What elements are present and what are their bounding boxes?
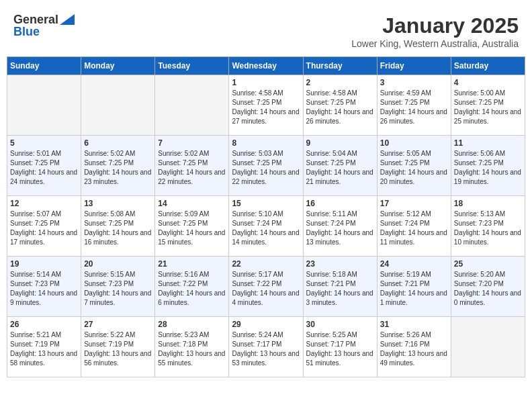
table-row: 31 Sunrise: 5:26 AMSunset: 7:16 PMDaylig… bbox=[377, 317, 451, 377]
header-wednesday: Wednesday bbox=[229, 57, 303, 75]
day-number: 11 bbox=[454, 138, 522, 148]
table-row: 24 Sunrise: 5:19 AMSunset: 7:21 PMDaylig… bbox=[377, 257, 451, 317]
day-number: 29 bbox=[232, 320, 300, 329]
day-info: Sunrise: 4:58 AMSunset: 7:25 PMDaylight:… bbox=[232, 89, 300, 126]
day-info: Sunrise: 5:24 AMSunset: 7:17 PMDaylight:… bbox=[232, 330, 300, 368]
table-row bbox=[7, 75, 81, 136]
day-info: Sunrise: 5:21 AMSunset: 7:19 PMDaylight:… bbox=[10, 330, 78, 368]
day-number: 24 bbox=[380, 259, 448, 269]
day-info: Sunrise: 5:03 AMSunset: 7:25 PMDaylight:… bbox=[232, 149, 300, 187]
day-info: Sunrise: 5:02 AMSunset: 7:25 PMDaylight:… bbox=[84, 149, 152, 187]
location: Lower King, Western Australia, Australia bbox=[351, 38, 519, 49]
table-row: 26 Sunrise: 5:21 AMSunset: 7:19 PMDaylig… bbox=[7, 317, 81, 377]
table-row: 16 Sunrise: 5:11 AMSunset: 7:24 PMDaylig… bbox=[303, 196, 377, 257]
header: General Blue January 2025 Lower King, We… bbox=[7, 7, 525, 52]
day-info: Sunrise: 5:26 AMSunset: 7:16 PMDaylight:… bbox=[380, 330, 448, 368]
calendar-week-row: 1 Sunrise: 4:58 AMSunset: 7:25 PMDayligh… bbox=[7, 75, 525, 136]
day-info: Sunrise: 5:11 AMSunset: 7:24 PMDaylight:… bbox=[306, 210, 374, 247]
svg-marker-0 bbox=[60, 14, 75, 25]
table-row: 12 Sunrise: 5:07 AMSunset: 7:25 PMDaylig… bbox=[7, 196, 81, 257]
table-row: 6 Sunrise: 5:02 AMSunset: 7:25 PMDayligh… bbox=[81, 136, 155, 196]
table-row: 17 Sunrise: 5:12 AMSunset: 7:24 PMDaylig… bbox=[377, 196, 451, 257]
day-info: Sunrise: 5:19 AMSunset: 7:21 PMDaylight:… bbox=[380, 270, 448, 308]
day-number: 12 bbox=[10, 199, 78, 208]
table-row: 18 Sunrise: 5:13 AMSunset: 7:23 PMDaylig… bbox=[451, 196, 525, 257]
logo: General Blue bbox=[13, 13, 75, 39]
day-info: Sunrise: 5:18 AMSunset: 7:21 PMDaylight:… bbox=[306, 270, 374, 308]
day-info: Sunrise: 5:04 AMSunset: 7:25 PMDaylight:… bbox=[306, 149, 374, 187]
day-number: 14 bbox=[158, 199, 226, 208]
day-number: 18 bbox=[454, 199, 522, 208]
day-info: Sunrise: 5:10 AMSunset: 7:24 PMDaylight:… bbox=[232, 210, 300, 247]
day-number: 7 bbox=[158, 138, 226, 148]
table-row: 14 Sunrise: 5:09 AMSunset: 7:25 PMDaylig… bbox=[155, 196, 229, 257]
day-info: Sunrise: 5:09 AMSunset: 7:25 PMDaylight:… bbox=[158, 210, 226, 247]
table-row: 7 Sunrise: 5:02 AMSunset: 7:25 PMDayligh… bbox=[155, 136, 229, 196]
day-number: 5 bbox=[10, 138, 78, 148]
day-info: Sunrise: 5:14 AMSunset: 7:23 PMDaylight:… bbox=[10, 270, 78, 308]
table-row: 13 Sunrise: 5:08 AMSunset: 7:25 PMDaylig… bbox=[81, 196, 155, 257]
header-tuesday: Tuesday bbox=[155, 57, 229, 75]
table-row: 20 Sunrise: 5:15 AMSunset: 7:23 PMDaylig… bbox=[81, 257, 155, 317]
table-row: 27 Sunrise: 5:22 AMSunset: 7:19 PMDaylig… bbox=[81, 317, 155, 377]
day-info: Sunrise: 5:00 AMSunset: 7:25 PMDaylight:… bbox=[454, 89, 522, 126]
header-sunday: Sunday bbox=[7, 57, 81, 75]
day-number: 21 bbox=[158, 259, 226, 269]
table-row bbox=[155, 75, 229, 136]
table-row: 4 Sunrise: 5:00 AMSunset: 7:25 PMDayligh… bbox=[451, 75, 525, 136]
day-info: Sunrise: 5:12 AMSunset: 7:24 PMDaylight:… bbox=[380, 210, 448, 247]
day-number: 31 bbox=[380, 320, 448, 329]
calendar: Sunday Monday Tuesday Wednesday Thursday… bbox=[7, 56, 525, 377]
day-info: Sunrise: 5:20 AMSunset: 7:20 PMDaylight:… bbox=[454, 270, 522, 308]
day-number: 25 bbox=[454, 259, 522, 269]
day-info: Sunrise: 4:59 AMSunset: 7:25 PMDaylight:… bbox=[380, 89, 448, 126]
day-number: 27 bbox=[84, 320, 152, 329]
day-info: Sunrise: 5:07 AMSunset: 7:25 PMDaylight:… bbox=[10, 210, 78, 247]
day-number: 30 bbox=[306, 320, 374, 329]
day-number: 28 bbox=[158, 320, 226, 329]
day-number: 3 bbox=[380, 78, 448, 87]
table-row: 30 Sunrise: 5:25 AMSunset: 7:17 PMDaylig… bbox=[303, 317, 377, 377]
title-block: January 2025 Lower King, Western Austral… bbox=[351, 13, 519, 49]
table-row: 28 Sunrise: 5:23 AMSunset: 7:18 PMDaylig… bbox=[155, 317, 229, 377]
day-info: Sunrise: 5:25 AMSunset: 7:17 PMDaylight:… bbox=[306, 330, 374, 368]
table-row: 11 Sunrise: 5:06 AMSunset: 7:25 PMDaylig… bbox=[451, 136, 525, 196]
day-info: Sunrise: 5:22 AMSunset: 7:19 PMDaylight:… bbox=[84, 330, 152, 368]
day-info: Sunrise: 5:01 AMSunset: 7:25 PMDaylight:… bbox=[10, 149, 78, 187]
header-friday: Friday bbox=[377, 57, 451, 75]
table-row: 29 Sunrise: 5:24 AMSunset: 7:17 PMDaylig… bbox=[229, 317, 303, 377]
calendar-week-row: 5 Sunrise: 5:01 AMSunset: 7:25 PMDayligh… bbox=[7, 136, 525, 196]
table-row: 19 Sunrise: 5:14 AMSunset: 7:23 PMDaylig… bbox=[7, 257, 81, 317]
table-row: 15 Sunrise: 5:10 AMSunset: 7:24 PMDaylig… bbox=[229, 196, 303, 257]
table-row: 23 Sunrise: 5:18 AMSunset: 7:21 PMDaylig… bbox=[303, 257, 377, 317]
calendar-week-row: 26 Sunrise: 5:21 AMSunset: 7:19 PMDaylig… bbox=[7, 317, 525, 377]
calendar-week-row: 12 Sunrise: 5:07 AMSunset: 7:25 PMDaylig… bbox=[7, 196, 525, 257]
day-number: 10 bbox=[380, 138, 448, 148]
table-row bbox=[451, 317, 525, 377]
day-info: Sunrise: 5:17 AMSunset: 7:22 PMDaylight:… bbox=[232, 270, 300, 308]
table-row bbox=[81, 75, 155, 136]
day-number: 6 bbox=[84, 138, 152, 148]
day-info: Sunrise: 5:08 AMSunset: 7:25 PMDaylight:… bbox=[84, 210, 152, 247]
day-info: Sunrise: 5:05 AMSunset: 7:25 PMDaylight:… bbox=[380, 149, 448, 187]
day-number: 17 bbox=[380, 199, 448, 208]
day-number: 23 bbox=[306, 259, 374, 269]
day-number: 2 bbox=[306, 78, 374, 87]
table-row: 3 Sunrise: 4:59 AMSunset: 7:25 PMDayligh… bbox=[377, 75, 451, 136]
day-info: Sunrise: 4:58 AMSunset: 7:25 PMDaylight:… bbox=[306, 89, 374, 126]
day-number: 20 bbox=[84, 259, 152, 269]
day-number: 22 bbox=[232, 259, 300, 269]
day-number: 26 bbox=[10, 320, 78, 329]
table-row: 10 Sunrise: 5:05 AMSunset: 7:25 PMDaylig… bbox=[377, 136, 451, 196]
logo-blue-text: Blue bbox=[13, 25, 40, 38]
table-row: 5 Sunrise: 5:01 AMSunset: 7:25 PMDayligh… bbox=[7, 136, 81, 196]
day-number: 16 bbox=[306, 199, 374, 208]
header-saturday: Saturday bbox=[451, 57, 525, 75]
header-thursday: Thursday bbox=[303, 57, 377, 75]
day-info: Sunrise: 5:16 AMSunset: 7:22 PMDaylight:… bbox=[158, 270, 226, 308]
table-row: 9 Sunrise: 5:04 AMSunset: 7:25 PMDayligh… bbox=[303, 136, 377, 196]
table-row: 22 Sunrise: 5:17 AMSunset: 7:22 PMDaylig… bbox=[229, 257, 303, 317]
calendar-header-row: Sunday Monday Tuesday Wednesday Thursday… bbox=[7, 57, 525, 75]
day-number: 4 bbox=[454, 78, 522, 87]
table-row: 21 Sunrise: 5:16 AMSunset: 7:22 PMDaylig… bbox=[155, 257, 229, 317]
